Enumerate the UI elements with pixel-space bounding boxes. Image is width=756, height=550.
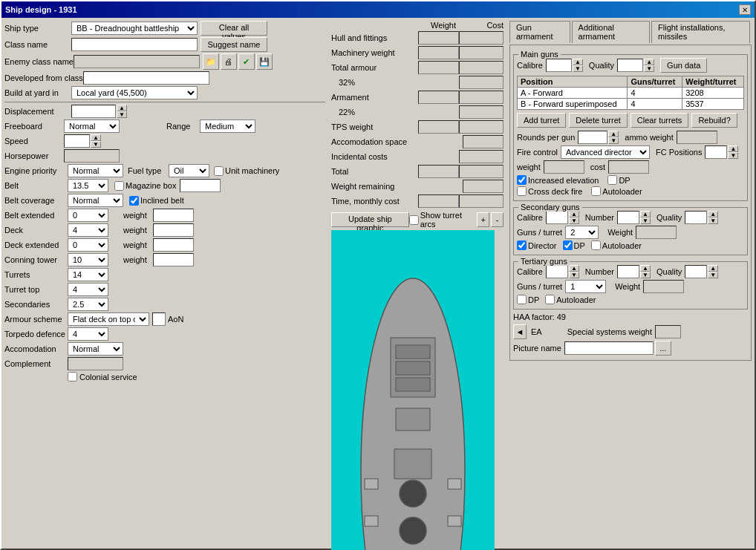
fc-cost-input[interactable]: 2,812 (608, 160, 649, 174)
ter-number-input[interactable]: 0 (617, 265, 639, 278)
ter-cal-down-btn[interactable]: ▼ (569, 272, 579, 278)
picture-name-input[interactable] (564, 341, 654, 355)
calibre-up-btn[interactable]: ▲ (573, 59, 583, 65)
rounds-up-btn[interactable]: ▲ (608, 131, 619, 137)
sec-qual-up-btn[interactable]: ▲ (708, 211, 718, 217)
sec-guns-turret-select[interactable]: 2 (565, 226, 599, 239)
delete-turret-button[interactable]: Delete turret (569, 113, 628, 128)
tab-flight-installations[interactable]: Flight installations, missiles (651, 21, 750, 43)
conning-weight[interactable]: 353 (153, 253, 194, 266)
fc-pos-down-btn[interactable]: ▼ (728, 152, 738, 159)
close-button[interactable]: ✕ (739, 4, 751, 15)
belt-select[interactable]: 13.5 (68, 179, 108, 192)
fire-control-select[interactable]: Advanced director (561, 145, 650, 159)
print-icon-button[interactable]: 🖨 (221, 53, 237, 70)
disp-down-button[interactable]: ▼ (117, 111, 127, 118)
speed-input[interactable]: 27 (64, 134, 90, 148)
magazine-input[interactable]: 6,386 (180, 179, 221, 192)
gun-data-button[interactable]: Gun data (660, 58, 707, 73)
fc-weight-input[interactable]: 190 (544, 160, 584, 174)
sec-autoloader-checkbox[interactable] (591, 240, 601, 250)
fuel-select[interactable]: Oil (169, 164, 209, 177)
ter-guns-turret-select[interactable]: 1 (565, 280, 606, 293)
developed-input[interactable] (83, 71, 209, 85)
secondaries-select[interactable]: 2.5 (68, 298, 108, 311)
colonial-checkbox[interactable] (68, 372, 77, 382)
turret-top-select[interactable]: 4 (68, 283, 108, 296)
complement-input[interactable]: 1,046 (68, 357, 123, 370)
ter-dp-checkbox[interactable] (517, 295, 527, 304)
quality-input[interactable]: 0 (617, 59, 643, 72)
unit-machinery-checkbox[interactable] (214, 166, 224, 176)
class-name-input[interactable]: Marengo (71, 38, 198, 51)
calibre-input[interactable]: 16 (546, 59, 572, 72)
sec-quality-input[interactable]: 1 (685, 211, 707, 224)
tab-additional-armament[interactable]: Additional armament (572, 21, 650, 43)
engine-select[interactable]: Normal (68, 164, 123, 177)
speed-up-button[interactable]: ▲ (91, 134, 101, 141)
armour-scheme-select[interactable]: Flat deck on top of (68, 312, 149, 326)
ter-weight-input[interactable]: 0 (643, 280, 684, 293)
sec-weight-input[interactable]: 590 (636, 226, 677, 239)
folder-icon-button[interactable]: 📁 (203, 53, 219, 70)
sec-calibre-input[interactable]: 4 (546, 211, 568, 224)
check-icon-button[interactable]: ✔ (238, 53, 255, 70)
ter-cal-up-btn[interactable]: ▲ (569, 265, 579, 272)
cross-deck-checkbox[interactable] (517, 186, 527, 196)
deck-weight[interactable]: 4,263 (153, 223, 194, 237)
deck-ext-weight[interactable]: 0 (153, 238, 194, 252)
disp-up-button[interactable]: ▲ (117, 105, 127, 111)
ammo-weight-input[interactable]: 2373 (677, 131, 717, 144)
freeboard-select[interactable]: Normal (64, 120, 120, 133)
accomodation-select[interactable]: Normal (68, 342, 123, 356)
torpedo-select[interactable]: 4 (68, 327, 108, 341)
hp-input[interactable]: 84,049 (64, 149, 120, 163)
ea-arrow-button[interactable]: ◄ (513, 324, 527, 339)
sec-qual-down-btn[interactable]: ▼ (708, 217, 718, 224)
range-select[interactable]: Medium (200, 120, 255, 133)
show-turret-arcs-checkbox[interactable] (409, 215, 419, 225)
save-icon-button[interactable]: 💾 (256, 53, 273, 70)
update-graphic-button[interactable]: Update ship graphic (331, 212, 409, 227)
turrets-select[interactable]: 14 (68, 268, 108, 281)
belt-ext-weight[interactable]: 0 (153, 209, 194, 222)
dp-main-checkbox[interactable] (607, 175, 617, 185)
fc-pos-up-btn[interactable]: ▲ (728, 145, 738, 152)
clear-turrets-button[interactable]: Clear turrets (630, 113, 689, 128)
sec-cal-up-btn[interactable]: ▲ (569, 211, 579, 217)
add-turret-button[interactable]: Add turret (517, 113, 566, 128)
ter-num-down-btn[interactable]: ▼ (640, 272, 651, 278)
deck-select[interactable]: 4 (68, 223, 108, 237)
ter-calibre-input[interactable]: 3 (546, 265, 568, 278)
build-yard-select[interactable]: Local yard (45,500) (71, 86, 198, 99)
ter-qual-up-btn[interactable]: ▲ (708, 265, 718, 272)
turret-arc-minus-button[interactable]: - (491, 212, 504, 227)
sec-dp-checkbox[interactable] (563, 240, 573, 250)
ship-type-select[interactable]: BB - Dreadnought battleship (71, 22, 198, 35)
deck-ext-select[interactable]: 0 (68, 238, 108, 252)
sec-num-down-btn[interactable]: ▼ (640, 217, 651, 224)
armour-scheme-box[interactable] (152, 312, 166, 326)
speed-down-button[interactable]: ▼ (91, 141, 101, 148)
enemy-class-input[interactable]: Courbet (74, 55, 200, 68)
sec-cal-down-btn[interactable]: ▼ (569, 217, 579, 224)
rounds-down-btn[interactable]: ▼ (608, 137, 619, 144)
autoloader-main-checkbox[interactable] (591, 186, 601, 196)
quality-up-btn[interactable]: ▲ (644, 59, 654, 65)
inclined-belt-checkbox[interactable] (129, 196, 139, 206)
displacement-input[interactable]: 34600 (71, 105, 116, 118)
turret-arc-plus-button[interactable]: + (477, 212, 489, 227)
belt-coverage-select[interactable]: Normal (68, 194, 123, 207)
increased-elevation-checkbox[interactable] (517, 175, 527, 185)
suggest-name-button[interactable]: Suggest name (201, 37, 267, 52)
ter-qual-down-btn[interactable]: ▼ (708, 272, 718, 278)
picture-browse-button[interactable]: ... (655, 341, 671, 356)
ter-autoloader-checkbox[interactable] (545, 295, 555, 304)
tab-gun-armament[interactable]: Gun armament (509, 21, 570, 43)
quality-down-btn[interactable]: ▼ (644, 65, 654, 72)
clear-all-button[interactable]: Clear all values (201, 21, 267, 36)
special-systems-input[interactable]: 23 (655, 325, 681, 338)
sec-director-checkbox[interactable] (517, 240, 527, 250)
conning-select[interactable]: 10 (68, 253, 108, 266)
sec-number-input[interactable]: 20 (617, 211, 639, 224)
